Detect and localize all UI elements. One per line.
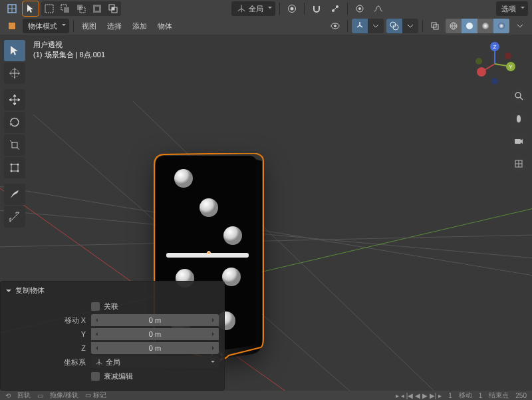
- svg-rect-54: [12, 142, 17, 148]
- transform-orientation-dropdown[interactable]: 全局: [231, 1, 275, 16]
- orientation-value: 全局: [249, 4, 263, 14]
- mode-dropdown[interactable]: 物体模式: [23, 19, 69, 33]
- svg-point-74: [491, 78, 498, 85]
- visibility-dropdown-icon[interactable]: [327, 19, 343, 33]
- svg-line-63: [520, 97, 523, 100]
- viewport-info: 用户透视 (1) 场景集合 | 8点.001: [33, 40, 105, 61]
- svg-rect-57: [11, 164, 18, 171]
- shading-matprev-icon[interactable]: [477, 19, 493, 33]
- show-gizmo-icon[interactable]: [352, 19, 368, 33]
- tool-cursor[interactable]: [4, 63, 25, 84]
- select-mode-extend-icon[interactable]: [57, 1, 73, 16]
- tool-annotate[interactable]: [4, 184, 25, 205]
- svg-point-29: [482, 23, 489, 29]
- viewport-header: 物体模式 视图 选择 添加 物体: [0, 17, 532, 35]
- move-z-label: Z: [6, 344, 91, 352]
- gizmo-dropdown-icon[interactable]: [368, 19, 384, 33]
- svg-rect-5: [64, 7, 69, 13]
- svg-point-60: [11, 170, 13, 172]
- menu-add[interactable]: 添加: [128, 20, 151, 33]
- svg-line-32: [0, 208, 532, 261]
- svg-rect-64: [515, 139, 521, 144]
- gizmo-group: [352, 19, 384, 33]
- linked-label: 关联: [104, 301, 118, 311]
- overlay-group: [386, 19, 418, 33]
- pivot-dropdown[interactable]: [284, 1, 300, 16]
- viewport-info-projection: 用户透视: [33, 40, 105, 50]
- svg-line-55: [10, 140, 13, 143]
- tool-select-box[interactable]: [4, 40, 25, 61]
- falloff-checkbox[interactable]: 衰减编辑: [91, 371, 133, 381]
- shading-dropdown-icon[interactable]: [512, 19, 528, 33]
- tool-measure[interactable]: [4, 206, 25, 228]
- move-y-field[interactable]: 0 m: [91, 328, 219, 340]
- perspective-button[interactable]: [509, 154, 528, 173]
- shading-wire-icon[interactable]: [446, 19, 462, 33]
- menu-object[interactable]: 物体: [154, 20, 176, 33]
- mode-icon[interactable]: [4, 19, 20, 33]
- svg-point-73: [477, 67, 486, 77]
- navigation-gizmo[interactable]: Z Y: [471, 40, 519, 88]
- status-drag: 拖像/移轨: [50, 391, 78, 400]
- operator-panel-header[interactable]: 复制物体: [6, 286, 219, 296]
- orient-value: 全局: [106, 358, 120, 366]
- select-tool-icon[interactable]: [23, 1, 39, 16]
- operator-title: 复制物体: [15, 286, 45, 296]
- move-z-field[interactable]: 0 m: [91, 342, 219, 354]
- status-end-label: 结束点: [489, 391, 509, 400]
- select-mode-subtract-icon[interactable]: [73, 1, 89, 16]
- status-bar: ⟲回轨 ▭拖像/移轨 ▭ 标记 ▸ ◂ |◀ ◀ ▶ ▶| ▸ 1 移动 1 结…: [0, 391, 532, 400]
- falloff-label: 衰减编辑: [104, 371, 133, 381]
- menu-select[interactable]: 选择: [103, 20, 126, 33]
- shading-solid-icon[interactable]: [462, 19, 477, 33]
- select-mode-invert-icon[interactable]: [89, 1, 105, 16]
- editor-type-dropdown[interactable]: [4, 1, 20, 16]
- svg-point-59: [17, 164, 19, 166]
- tool-scale[interactable]: [4, 134, 25, 156]
- svg-rect-9: [95, 7, 99, 11]
- pan-button[interactable]: [509, 109, 528, 128]
- tool-rotate[interactable]: [4, 112, 25, 133]
- svg-line-17: [333, 7, 337, 11]
- svg-rect-3: [45, 5, 53, 13]
- svg-point-75: [475, 58, 482, 65]
- move-x-field[interactable]: 0 m: [91, 314, 219, 326]
- camera-button[interactable]: [509, 132, 528, 150]
- svg-point-46: [207, 252, 211, 255]
- svg-line-37: [0, 234, 532, 248]
- disclosure-triangle-icon: [6, 290, 11, 295]
- svg-point-41: [223, 226, 242, 245]
- menu-view[interactable]: 视图: [78, 20, 100, 33]
- svg-line-31: [0, 181, 532, 281]
- viewport-shading-group: [446, 19, 509, 33]
- toolbar-right: [509, 87, 528, 173]
- viewport-info-collection: (1) 场景集合 | 8点.001: [33, 50, 105, 60]
- overlay-dropdown-icon[interactable]: [402, 19, 418, 33]
- svg-point-28: [466, 23, 473, 29]
- select-mode-intersect-icon[interactable]: [105, 1, 121, 16]
- zoom-button[interactable]: [509, 87, 528, 105]
- linked-checkbox[interactable]: 关联: [91, 301, 118, 311]
- svg-point-19: [358, 7, 361, 10]
- svg-point-58: [11, 164, 13, 166]
- svg-point-39: [174, 169, 193, 188]
- svg-point-30: [498, 23, 505, 29]
- mode-label: 物体模式: [28, 21, 57, 31]
- operator-panel: 复制物体 关联 移动 X0 m Y0 m Z0 m 坐标系全局 衰减编辑: [0, 281, 225, 391]
- options-dropdown[interactable]: 选项: [496, 1, 528, 16]
- proportional-edit-icon[interactable]: [352, 1, 368, 16]
- select-mode-group: [41, 1, 121, 16]
- tool-move[interactable]: [4, 89, 25, 110]
- select-mode-set-icon[interactable]: [41, 1, 57, 16]
- show-overlay-icon[interactable]: [386, 19, 402, 33]
- snap-toggle-icon[interactable]: [309, 1, 325, 16]
- tool-transform[interactable]: [4, 157, 25, 178]
- svg-point-76: [505, 53, 511, 59]
- status-end-value: 250: [515, 392, 527, 399]
- orient-dropdown[interactable]: 全局: [91, 356, 219, 368]
- xray-icon[interactable]: [427, 19, 443, 33]
- orient-label: 坐标系: [6, 357, 91, 367]
- shading-rendered-icon[interactable]: [493, 19, 509, 33]
- proportional-falloff-icon[interactable]: [370, 1, 386, 16]
- snap-dropdown-icon[interactable]: [327, 1, 343, 16]
